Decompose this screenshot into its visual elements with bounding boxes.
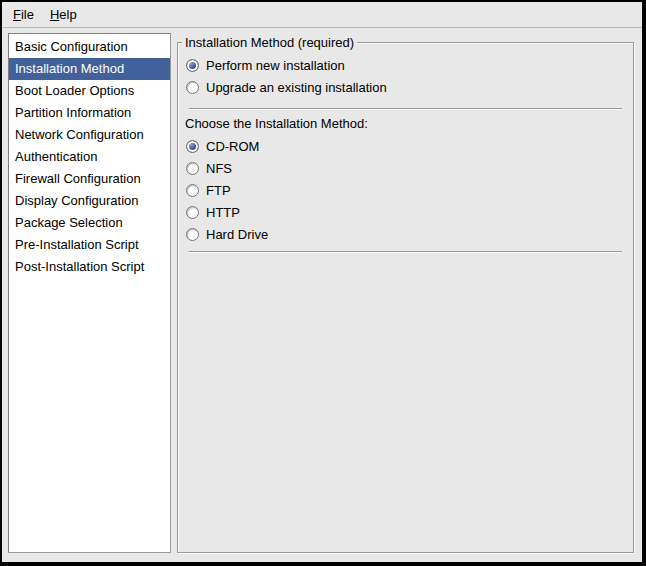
radio-row-cdrom[interactable]: CD-ROM	[184, 135, 627, 157]
radio-row-ftp[interactable]: FTP	[184, 179, 627, 201]
kickstart-configurator-window: File Help Basic Configuration Installati…	[0, 0, 646, 566]
horizontal-separator	[189, 108, 622, 110]
sidebar-item-pre-installation-script[interactable]: Pre-Installation Script	[9, 234, 170, 256]
sidebar-item-post-installation-script[interactable]: Post-Installation Script	[9, 256, 170, 278]
choose-method-label: Choose the Installation Method:	[184, 113, 627, 135]
sidebar-item-firewall-configuration[interactable]: Firewall Configuration	[9, 168, 170, 190]
radio-row-perform-new-installation[interactable]: Perform new installation	[184, 54, 627, 76]
sidebar-item-installation-method[interactable]: Installation Method	[9, 58, 170, 80]
sidebar-item-basic-configuration[interactable]: Basic Configuration	[9, 36, 170, 58]
installation-method-frame: Installation Method (required) Perform n…	[177, 42, 634, 553]
radio-label: NFS	[206, 161, 232, 176]
radio-icon-selected[interactable]	[186, 59, 199, 72]
radio-label: Perform new installation	[206, 58, 345, 73]
section-list: Basic Configuration Installation Method …	[8, 33, 171, 553]
radio-icon[interactable]	[186, 228, 199, 241]
menu-file[interactable]: File	[5, 2, 42, 27]
radio-row-upgrade-existing-installation[interactable]: Upgrade an existing installation	[184, 76, 627, 98]
sidebar-item-boot-loader-options[interactable]: Boot Loader Options	[9, 80, 170, 102]
radio-row-hard-drive[interactable]: Hard Drive	[184, 223, 627, 245]
radio-label: CD-ROM	[206, 139, 259, 154]
radio-label: Hard Drive	[206, 227, 268, 242]
sidebar-item-partition-information[interactable]: Partition Information	[9, 102, 170, 124]
sidebar-item-display-configuration[interactable]: Display Configuration	[9, 190, 170, 212]
sidebar-item-network-configuration[interactable]: Network Configuration	[9, 124, 170, 146]
radio-icon[interactable]	[186, 184, 199, 197]
radio-icon[interactable]	[186, 206, 199, 219]
radio-row-nfs[interactable]: NFS	[184, 157, 627, 179]
radio-row-http[interactable]: HTTP	[184, 201, 627, 223]
menu-help[interactable]: Help	[42, 2, 85, 27]
horizontal-separator	[189, 251, 622, 253]
radio-label: FTP	[206, 183, 231, 198]
radio-label: Upgrade an existing installation	[206, 80, 387, 95]
sidebar-item-authentication[interactable]: Authentication	[9, 146, 170, 168]
frame-title: Installation Method (required)	[182, 34, 357, 51]
radio-icon-selected[interactable]	[186, 140, 199, 153]
radio-icon[interactable]	[186, 81, 199, 94]
sidebar-item-package-selection[interactable]: Package Selection	[9, 212, 170, 234]
menubar: File Help	[2, 2, 642, 28]
radio-icon[interactable]	[186, 162, 199, 175]
radio-label: HTTP	[206, 205, 240, 220]
